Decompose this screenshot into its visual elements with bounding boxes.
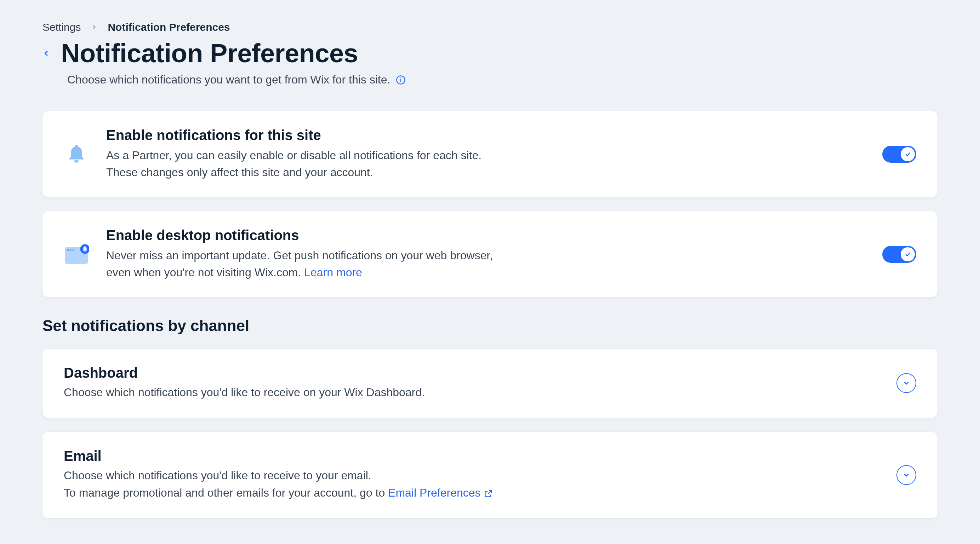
browser-notification-icon [64, 241, 89, 267]
card-heading: Enable notifications for this site [106, 127, 865, 143]
card-desc-line1: Never miss an important update. Get push… [106, 249, 493, 262]
channel-desc1: Choose which notifications you'd like to… [64, 469, 371, 482]
chevron-right-icon [91, 24, 98, 31]
enable-site-notifications-card: Enable notifications for this site As a … [43, 111, 937, 197]
external-link-icon [484, 489, 493, 498]
card-desc-line1: As a Partner, you can easily enable or d… [106, 149, 482, 162]
breadcrumb: Settings Notification Preferences [43, 21, 937, 33]
page-subtitle: Choose which notifications you want to g… [67, 73, 390, 86]
breadcrumb-root[interactable]: Settings [43, 21, 81, 33]
toggle-knob [901, 247, 915, 262]
site-notifications-toggle[interactable] [882, 146, 916, 163]
card-desc-line2: These changes only affect this site and … [106, 166, 373, 179]
svg-point-4 [67, 249, 69, 251]
email-preferences-link[interactable]: Email Preferences [388, 486, 493, 499]
card-desc-line2-prefix: even when you're not visiting Wix.com. [106, 266, 304, 279]
channel-desc: Choose which notifications you'd like to… [64, 384, 896, 401]
bell-icon [64, 141, 89, 167]
channel-heading: Dashboard [64, 365, 896, 381]
svg-point-6 [73, 249, 74, 251]
channel-desc2-prefix: To manage promotional and other emails f… [64, 486, 388, 499]
channel-heading: Email [64, 448, 896, 464]
desktop-notifications-toggle[interactable] [882, 246, 916, 263]
channel-dashboard-card: Dashboard Choose which notifications you… [43, 349, 937, 418]
back-button[interactable] [43, 49, 50, 57]
expand-email-button[interactable] [896, 465, 916, 485]
channels-section-title: Set notifications by channel [43, 317, 937, 335]
expand-dashboard-button[interactable] [896, 373, 916, 393]
toggle-knob [901, 147, 915, 161]
info-icon[interactable] [396, 75, 406, 85]
breadcrumb-current: Notification Preferences [108, 21, 230, 33]
page-title: Notification Preferences [61, 38, 358, 68]
channel-email-card: Email Choose which notifications you'd l… [43, 432, 937, 518]
enable-desktop-notifications-card: Enable desktop notifications Never miss … [43, 211, 937, 297]
svg-point-2 [401, 77, 401, 78]
svg-point-5 [70, 249, 72, 251]
card-heading: Enable desktop notifications [106, 227, 865, 243]
learn-more-link[interactable]: Learn more [304, 266, 362, 279]
